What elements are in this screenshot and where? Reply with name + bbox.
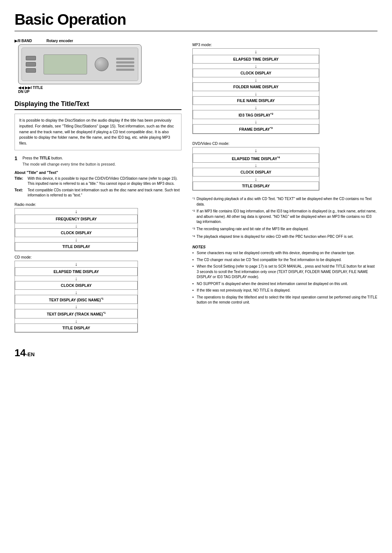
- mp3-mode-label: MP3 mode:: [192, 42, 377, 47]
- footnote-1-ref: *1: [192, 196, 195, 207]
- note-1: Some characters may not be displayed cor…: [192, 251, 377, 256]
- mp3-mode-flow: ↓ ELAPSED TIME DISPLAY ↓ CLOCK DISPLAY ↓…: [192, 48, 319, 134]
- dvd-flow-0: ELAPSED TIME DISPLAY*4: [193, 154, 319, 163]
- notes-section: NOTES Some characters may not be display…: [192, 245, 377, 305]
- text-term: Text:: [15, 188, 26, 198]
- device-image: [18, 44, 142, 84]
- about-title-text: About "Title" and "Text" Title: With thi…: [15, 170, 181, 198]
- cd-flow-1: CLOCK DISPLAY: [15, 281, 138, 290]
- page-number: 14-EN: [15, 347, 377, 359]
- cd-mode-flow: ↓ ELAPSED TIME DISPLAY ↓ CLOCK DISPLAY ↓…: [15, 261, 138, 333]
- footnote-2-text: If an MP3 file contains ID3 tag informat…: [197, 209, 377, 225]
- notes-list: Some characters may not be displayed cor…: [192, 251, 377, 305]
- mp3-flow-0: ELAPSED TIME DISPLAY: [193, 55, 319, 64]
- device-labels-top: ▶/II BAND Rotary encoder: [15, 39, 181, 43]
- device-labels-bottom: ◀◀ ▶▶I TITLE: [18, 86, 181, 90]
- mp3-flow-5: FRAME DISPLAY*3: [193, 124, 319, 134]
- text-desc: Text compatible CDs contain text informa…: [28, 188, 181, 198]
- page-suffix: -EN: [26, 351, 34, 357]
- note-4: NO SUPPORT is displayed when the desired…: [192, 281, 377, 287]
- cd-mode-label: CD mode:: [15, 255, 181, 259]
- dvd-flow-1: CLOCK DISPLAY: [193, 168, 319, 176]
- dvd-mode-label: DVD/Video CD mode:: [192, 141, 377, 146]
- title-term-row: Title: With this device, it is possible …: [15, 176, 181, 186]
- about-heading: About "Title" and "Text": [15, 170, 181, 175]
- bottom-label-2: DN UP: [18, 90, 181, 94]
- description-text: It is possible to display the Disc/Stati…: [19, 118, 174, 145]
- radio-mode-flow: ↓ FREQUENCY DISPLAY ↓ CLOCK DISPLAY ↓ TI…: [15, 208, 138, 251]
- step-action: Press the TITLE button.: [23, 155, 181, 161]
- footnote-3-text: The recording sampling rate and bit rate…: [197, 227, 309, 233]
- footnote-1: *1 Displayed during playback of a disc w…: [192, 196, 377, 207]
- footnote-4: *4 The playback elapsed time is displaye…: [192, 234, 377, 240]
- title-term: Title:: [15, 176, 26, 186]
- dvd-flow-2: TITLE DISPLAY: [193, 182, 319, 190]
- note-5: If the title was not previously input, N…: [192, 288, 377, 293]
- footnote-2: *2 If an MP3 file contains ID3 tag infor…: [192, 209, 377, 225]
- footnote-2-ref: *2: [192, 209, 195, 225]
- step-sub: The mode will change every time the butt…: [23, 162, 181, 167]
- footnote-1-text: Displayed during playback of a disc with…: [197, 196, 377, 207]
- title-desc: With this device, it is possible to inpu…: [28, 176, 181, 186]
- notes-title: NOTES: [192, 245, 377, 249]
- note-6: The operations to display the title/text…: [192, 295, 377, 305]
- mp3-flow-1: CLOCK DISPLAY: [193, 69, 319, 77]
- page-title: Basic Operation: [15, 11, 377, 32]
- bottom-label: ◀◀ ▶▶I TITLE: [18, 86, 43, 90]
- footnote-4-ref: *4: [192, 234, 195, 240]
- band-label: ▶/II BAND: [15, 39, 32, 43]
- footnote-3-ref: *3: [192, 227, 195, 233]
- note-3: When the Scroll Setting (refer to page 1…: [192, 264, 377, 280]
- mp3-flow-3: FILE NAME DISPLAY: [193, 96, 319, 105]
- radio-mode-label: Radio mode:: [15, 202, 181, 207]
- mp3-flow-2: FOLDER NAME DISPLAY: [193, 82, 319, 91]
- section-heading: Displaying the Title/Text: [15, 100, 181, 110]
- note-2: The CD changer must also be CD Text comp…: [192, 257, 377, 263]
- cd-flow-4: TITLE DISPLAY: [15, 324, 138, 332]
- encoder-label: Rotary encoder: [46, 39, 73, 43]
- cd-flow-3: TEXT DISPLAY (TRACK NAME)*1: [15, 309, 138, 318]
- dvd-mode-flow: ↓ ELAPSED TIME DISPLAY*4 ↓ CLOCK DISPLAY…: [192, 147, 319, 191]
- radio-flow-0: FREQUENCY DISPLAY: [15, 215, 138, 223]
- cd-flow-0: ELAPSED TIME DISPLAY: [15, 267, 138, 276]
- footnote-3: *3 The recording sampling rate and bit r…: [192, 227, 377, 233]
- footnotes-section: *1 Displayed during playback of a disc w…: [192, 196, 377, 240]
- description-box: It is possible to display the Disc/Stati…: [15, 114, 181, 150]
- step-number: 1: [15, 155, 20, 168]
- page-num: 14: [15, 347, 26, 358]
- step-1: 1 Press the TITLE button. The mode will …: [15, 155, 181, 168]
- radio-flow-1: CLOCK DISPLAY: [15, 228, 138, 237]
- radio-flow-2: TITLE DISPLAY: [15, 242, 138, 251]
- mp3-flow-4: ID3 TAG DISPLAY*2: [193, 110, 319, 119]
- cd-flow-2: TEXT DISPLAY (DISC NAME)*1: [15, 295, 138, 304]
- footnote-4-text: The playback elapsed time is displayed f…: [197, 234, 354, 240]
- device-diagram: ▶/II BAND Rotary encoder: [15, 39, 181, 94]
- text-term-row: Text: Text compatible CDs contain text i…: [15, 188, 181, 198]
